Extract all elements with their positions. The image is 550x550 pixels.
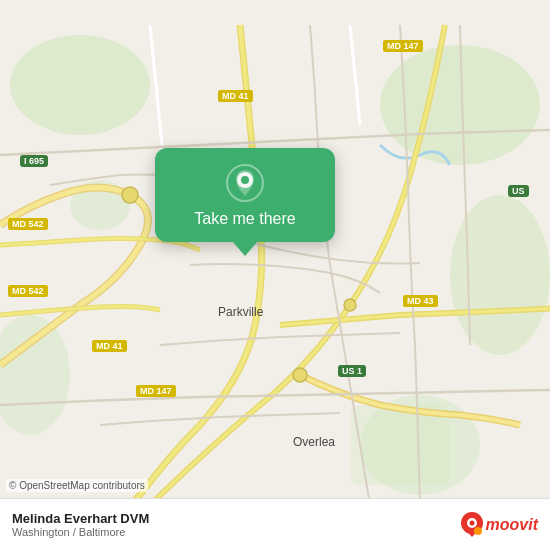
shield-md147-bot: MD 147: [136, 385, 176, 397]
svg-point-9: [293, 368, 307, 382]
bottom-title: Melinda Everhart DVM: [12, 511, 149, 526]
shield-md43: MD 43: [403, 295, 438, 307]
svg-point-1: [10, 35, 150, 135]
parkville-label: Parkville: [218, 305, 263, 319]
bottom-bar: Melinda Everhart DVM Washington / Baltim…: [0, 498, 550, 550]
overlea-label: Overlea: [293, 435, 335, 449]
svg-point-3: [450, 195, 550, 355]
shield-md147-top: MD 147: [383, 40, 423, 52]
shield-us1: US 1: [338, 365, 366, 377]
shield-md41-top: MD 41: [218, 90, 253, 102]
popup-bubble[interactable]: Take me there: [155, 148, 335, 242]
bottom-subtitle: Washington / Baltimore: [12, 526, 149, 538]
svg-point-13: [241, 176, 249, 184]
popup-label: Take me there: [194, 210, 295, 228]
shield-md542-low: MD 542: [8, 285, 48, 297]
moovit-text: moovit: [486, 516, 538, 534]
shield-md41-low: MD 41: [92, 340, 127, 352]
shield-us-right: US: [508, 185, 529, 197]
svg-point-16: [469, 520, 474, 525]
popup-card[interactable]: Take me there: [155, 148, 335, 242]
svg-point-10: [344, 299, 356, 311]
map-roads: [0, 0, 550, 550]
bottom-info: Melinda Everhart DVM Washington / Baltim…: [12, 511, 149, 538]
svg-point-8: [122, 187, 138, 203]
shield-i695: I 695: [20, 155, 48, 167]
map-container: I 695 MD 41 MD 542 MD 542 MD 41 MD 147 M…: [0, 0, 550, 550]
svg-point-17: [474, 527, 482, 535]
moovit-icon: [458, 511, 486, 539]
shield-md542-mid: MD 542: [8, 218, 48, 230]
osm-attribution: © OpenStreetMap contributors: [6, 479, 148, 492]
pin-icon: [226, 164, 264, 202]
moovit-logo-container: moovit: [458, 511, 538, 539]
